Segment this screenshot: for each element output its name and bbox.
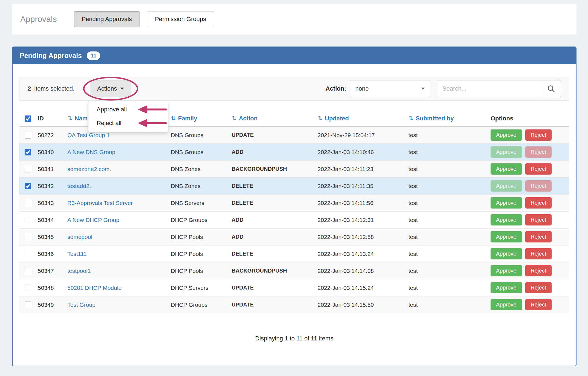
- cell-family: DHCP Servers: [169, 279, 229, 296]
- reject-button[interactable]: Reject: [525, 180, 552, 192]
- table-row: 50349Test GroupDHCP GroupsUPDATE2022-Jan…: [19, 296, 569, 313]
- cell-family: DHCP Groups: [169, 296, 229, 313]
- cell-options: ApproveReject: [488, 195, 569, 212]
- approve-button[interactable]: Approve: [491, 180, 522, 192]
- reject-button[interactable]: Reject: [525, 214, 552, 225]
- approve-button[interactable]: Approve: [491, 129, 522, 141]
- cell-updated: 2022-Jan-03 14:11:35: [315, 178, 406, 195]
- column-header-submitted-by[interactable]: ⇅Submitted by: [406, 111, 488, 127]
- row-name-link[interactable]: testpool1: [67, 268, 91, 274]
- cell-id: 50343: [36, 195, 65, 212]
- approve-button[interactable]: Approve: [491, 214, 522, 225]
- cell-submitted-by: test: [406, 178, 488, 195]
- row-checkbox[interactable]: [25, 149, 31, 155]
- column-header-updated[interactable]: ⇅Updated: [315, 111, 406, 127]
- cell-action: UPDATE: [229, 127, 315, 144]
- row-checkbox[interactable]: [25, 234, 31, 240]
- row-name-link[interactable]: Test111: [67, 251, 87, 257]
- action-filter-select[interactable]: none: [350, 80, 430, 97]
- row-name-link[interactable]: A New DHCP Group: [67, 217, 119, 223]
- row-checkbox[interactable]: [25, 132, 31, 138]
- cell-family: DHCP Pools: [169, 245, 229, 262]
- menu-item-approve-all[interactable]: Approve all: [88, 103, 168, 116]
- row-select-cell: [19, 262, 36, 279]
- row-select-cell: [19, 279, 36, 296]
- cell-action: ADD: [229, 212, 315, 229]
- cell-name: A New DHCP Group: [65, 212, 169, 229]
- cell-updated: 2021-Nov-29 15:04:17: [315, 127, 406, 144]
- table-row: 50347testpool1DHCP PoolsBACKGROUNDPUSH20…: [19, 262, 569, 279]
- approve-button[interactable]: Approve: [491, 282, 522, 293]
- approve-button[interactable]: Approve: [491, 231, 522, 242]
- toolbar: 2 items selected. Actions Action: none: [19, 77, 569, 101]
- sort-icon: ⇅: [408, 115, 413, 122]
- actions-dropdown-button[interactable]: Actions: [90, 80, 131, 97]
- tab-permission-groups[interactable]: Permission Groups: [147, 11, 214, 27]
- row-checkbox[interactable]: [25, 166, 31, 172]
- search-button[interactable]: [541, 80, 561, 97]
- row-checkbox[interactable]: [25, 268, 31, 274]
- row-checkbox[interactable]: [25, 200, 31, 206]
- table-row: 50345somepoolDHCP PoolsADD2022-Jan-03 14…: [19, 229, 569, 245]
- row-checkbox[interactable]: [25, 302, 31, 308]
- row-checkbox[interactable]: [25, 217, 31, 223]
- row-select-cell: [19, 178, 36, 195]
- panel-header: Pending Approvals 11: [13, 47, 576, 64]
- reject-button[interactable]: Reject: [525, 129, 552, 141]
- cell-submitted-by: test: [406, 262, 488, 279]
- reject-button[interactable]: Reject: [525, 163, 552, 175]
- reject-button[interactable]: Reject: [525, 248, 552, 259]
- select-all-checkbox[interactable]: [25, 115, 31, 122]
- cell-updated: 2022-Jan-03 14:15:50: [315, 296, 406, 313]
- sort-icon: ⇅: [171, 115, 176, 122]
- approve-button[interactable]: Approve: [491, 197, 522, 209]
- cell-submitted-by: test: [406, 195, 488, 212]
- cell-updated: 2022-Jan-03 14:15:24: [315, 279, 406, 296]
- cell-submitted-by: test: [406, 212, 488, 229]
- row-select-cell: [19, 195, 36, 212]
- cell-name: somepool: [65, 229, 169, 245]
- tab-pending-approvals[interactable]: Pending Approvals: [74, 11, 140, 27]
- approve-button[interactable]: Approve: [491, 146, 522, 158]
- cell-options: ApproveReject: [488, 127, 569, 144]
- row-name-link[interactable]: testadd2.: [67, 183, 91, 189]
- reject-button[interactable]: Reject: [525, 146, 552, 158]
- cell-updated: 2022-Jan-03 14:13:24: [315, 245, 406, 262]
- approve-button[interactable]: Approve: [491, 163, 522, 175]
- reject-button[interactable]: Reject: [525, 299, 552, 310]
- column-header-action[interactable]: ⇅Action: [229, 111, 315, 127]
- reject-button[interactable]: Reject: [525, 282, 552, 293]
- cell-action: UPDATE: [229, 296, 315, 313]
- row-name-link[interactable]: 50281 DHCP Module: [67, 285, 122, 291]
- cell-action: DELETE: [229, 195, 315, 212]
- approve-button[interactable]: Approve: [491, 248, 522, 259]
- search-icon: [547, 85, 555, 93]
- row-checkbox[interactable]: [25, 183, 31, 189]
- panel-body: 2 items selected. Actions Action: none: [13, 64, 576, 349]
- row-name-link[interactable]: somezone2.com.: [67, 166, 111, 172]
- row-name-link[interactable]: A New DNS Group: [67, 149, 115, 155]
- row-name-link[interactable]: somepool: [67, 234, 92, 240]
- row-name-link[interactable]: Test Group: [67, 302, 96, 308]
- approve-button[interactable]: Approve: [491, 265, 522, 276]
- approve-button[interactable]: Approve: [491, 299, 522, 310]
- row-name-link[interactable]: QA Test Group 1: [67, 132, 110, 138]
- cell-submitted-by: test: [406, 229, 488, 245]
- menu-item-reject-all[interactable]: Reject all: [88, 116, 168, 130]
- reject-button[interactable]: Reject: [525, 197, 552, 209]
- cell-id: 50342: [36, 178, 65, 195]
- search-input[interactable]: [437, 80, 541, 97]
- cell-options: ApproveReject: [488, 262, 569, 279]
- reject-button[interactable]: Reject: [525, 265, 552, 276]
- row-select-cell: [19, 127, 36, 144]
- approvals-table-body: 50272QA Test Group 1DNS GroupsUPDATE2021…: [19, 127, 569, 313]
- row-name-link[interactable]: R3-Approvals Test Server: [67, 200, 133, 206]
- row-checkbox[interactable]: [25, 285, 31, 291]
- reject-button[interactable]: Reject: [525, 231, 552, 242]
- cell-options: ApproveReject: [488, 296, 569, 313]
- column-header-family[interactable]: ⇅Family: [169, 111, 229, 127]
- table-row: 50340A New DNS GroupDNS GroupsADD2022-Ja…: [19, 144, 569, 161]
- row-checkbox[interactable]: [25, 251, 31, 257]
- cell-submitted-by: test: [406, 127, 488, 144]
- cell-action: ADD: [229, 229, 315, 245]
